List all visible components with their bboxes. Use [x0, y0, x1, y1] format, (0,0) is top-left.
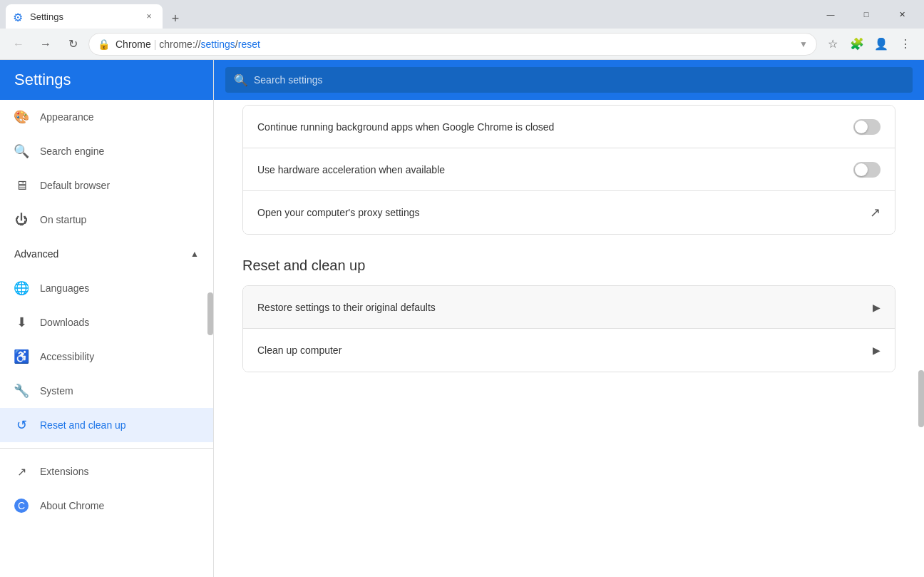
about-chrome-label: About Chrome	[40, 500, 104, 511]
sidebar-item-accessibility[interactable]: ♿ Accessibility	[0, 339, 213, 374]
new-tab-button[interactable]: +	[165, 9, 185, 29]
system-label: System	[40, 385, 73, 397]
sidebar-item-default-browser[interactable]: 🖥 Default browser	[0, 168, 213, 203]
proxy-settings-text: Open your computer's proxy settings	[257, 207, 870, 218]
appearance-label: Appearance	[40, 111, 94, 123]
advanced-chevron-icon: ▲	[190, 249, 199, 259]
address-lock-icon: 🔒	[98, 39, 110, 50]
system-section: System Continue running background apps …	[242, 77, 895, 235]
reset-settings-card: Restore settings to their original defau…	[242, 285, 895, 372]
hardware-acceleration-row: Use hardware acceleration when available	[243, 148, 895, 191]
restore-defaults-arrow-icon: ▶	[873, 302, 881, 313]
title-bar: ⚙ Settings × + — □ ✕	[0, 0, 924, 29]
window-controls: — □ ✕	[808, 0, 924, 29]
maximize-button[interactable]: □	[850, 3, 883, 26]
accessibility-icon: ♿	[14, 349, 29, 364]
reset-section: Reset and clean up Restore settings to t…	[242, 257, 895, 372]
address-text: Chrome | chrome://settings/reset	[115, 39, 794, 50]
sidebar-item-about-chrome[interactable]: C About Chrome	[0, 489, 213, 523]
reset-label: Reset and clean up	[40, 419, 126, 431]
menu-button[interactable]: ⋮	[894, 33, 917, 56]
profile-button[interactable]: 👤	[870, 33, 893, 56]
sidebar-item-downloads[interactable]: ⬇ Downloads	[0, 305, 213, 339]
tab-close-button[interactable]: ×	[143, 10, 155, 23]
sidebar: Settings 🎨 Appearance 🔍 Search engine 🖥 …	[0, 60, 214, 577]
back-button[interactable]: ←	[7, 33, 30, 56]
main-content: ▲ System Continue running background app…	[214, 60, 924, 577]
sidebar-item-system[interactable]: 🔧 System	[0, 374, 213, 408]
sidebar-title: Settings	[14, 71, 71, 89]
system-icon: 🔧	[14, 384, 29, 398]
forward-button[interactable]: →	[34, 33, 57, 56]
about-chrome-icon: C	[14, 499, 29, 513]
sidebar-item-appearance[interactable]: 🎨 Appearance	[0, 100, 213, 134]
settings-search-bar[interactable]: 🔍 Search settings	[225, 67, 913, 93]
tab-favicon-icon: ⚙	[13, 11, 24, 22]
default-browser-icon: 🖥	[14, 178, 29, 193]
background-apps-toggle[interactable]	[853, 119, 881, 135]
search-icon: 🔍	[234, 73, 248, 87]
on-startup-label: On startup	[40, 214, 86, 225]
sidebar-item-on-startup[interactable]: ⏻ On startup	[0, 203, 213, 237]
minimize-button[interactable]: —	[814, 3, 847, 26]
sidebar-scrollbar-thumb[interactable]	[207, 292, 213, 335]
accessibility-label: Accessibility	[40, 351, 94, 362]
search-engine-icon: 🔍	[14, 144, 29, 158]
reset-section-title: Reset and clean up	[242, 257, 895, 274]
extensions-button[interactable]: 🧩	[846, 33, 868, 56]
search-engine-label: Search engine	[40, 145, 104, 157]
browser-frame: ⚙ Settings × + — □ ✕ ← → ↻ 🔒 Chrome | ch…	[0, 0, 924, 577]
background-apps-toggle-container	[853, 119, 881, 135]
hardware-acceleration-toggle[interactable]	[853, 162, 881, 178]
sidebar-item-languages[interactable]: 🌐 Languages	[0, 271, 213, 305]
external-link-icon[interactable]: ↗	[870, 205, 881, 220]
sidebar-item-search-engine[interactable]: 🔍 Search engine	[0, 134, 213, 168]
settings-search-bar-container: 🔍 Search settings	[214, 60, 924, 100]
background-apps-row: Continue running background apps when Go…	[243, 106, 895, 148]
clean-up-computer-row[interactable]: Clean up computer ▶	[243, 329, 895, 372]
sidebar-header: Settings	[0, 60, 213, 100]
search-placeholder: Search settings	[254, 74, 323, 86]
clean-up-computer-text: Clean up computer	[257, 344, 873, 356]
hardware-acceleration-text: Use hardware acceleration when available	[257, 164, 853, 175]
app-content: Settings 🎨 Appearance 🔍 Search engine 🖥 …	[0, 60, 924, 577]
extensions-nav-icon: ↗	[14, 464, 29, 479]
dropdown-icon: ▼	[799, 39, 808, 49]
browser-toolbar: ← → ↻ 🔒 Chrome | chrome://settings/reset…	[0, 29, 924, 60]
hardware-acceleration-toggle-container	[853, 162, 881, 178]
clean-up-arrow-icon: ▶	[873, 344, 881, 356]
sidebar-divider	[0, 448, 213, 449]
clean-up-arrow: ▶	[873, 344, 881, 356]
bookmark-button[interactable]: ☆	[821, 33, 844, 56]
advanced-label: Advanced	[14, 248, 58, 260]
default-browser-label: Default browser	[40, 180, 110, 191]
extensions-label: Extensions	[40, 466, 88, 477]
languages-icon: 🌐	[14, 281, 29, 295]
active-tab[interactable]: ⚙ Settings ×	[6, 4, 163, 29]
restore-defaults-row[interactable]: Restore settings to their original defau…	[243, 286, 895, 329]
downloads-label: Downloads	[40, 317, 89, 328]
address-bar[interactable]: 🔒 Chrome | chrome://settings/reset ▼	[88, 33, 817, 56]
close-window-button[interactable]: ✕	[885, 3, 918, 26]
toolbar-actions: ☆ 🧩 👤 ⋮	[821, 33, 917, 56]
downloads-icon: ⬇	[14, 315, 29, 330]
restore-defaults-text: Restore settings to their original defau…	[257, 302, 873, 313]
sidebar-scroll: 🎨 Appearance 🔍 Search engine 🖥 Default b…	[0, 100, 213, 577]
appearance-icon: 🎨	[14, 110, 29, 124]
sidebar-item-reset-and-clean-up[interactable]: ↺ Reset and clean up	[0, 408, 213, 442]
reload-button[interactable]: ↻	[61, 33, 84, 56]
languages-label: Languages	[40, 282, 89, 294]
proxy-settings-row: Open your computer's proxy settings ↗	[243, 191, 895, 234]
tab-title: Settings	[30, 11, 137, 22]
system-settings-card: Continue running background apps when Go…	[242, 105, 895, 235]
advanced-section-header[interactable]: Advanced ▲	[0, 237, 213, 271]
hardware-acceleration-toggle-knob	[855, 163, 868, 176]
restore-defaults-arrow: ▶	[873, 302, 881, 313]
background-apps-text: Continue running background apps when Go…	[257, 121, 853, 133]
main-scrollbar	[918, 60, 924, 577]
proxy-settings-action: ↗	[870, 205, 881, 220]
sidebar-item-extensions[interactable]: ↗ Extensions	[0, 454, 213, 489]
main-scrollbar-thumb[interactable]	[918, 370, 924, 427]
on-startup-icon: ⏻	[14, 213, 29, 227]
background-apps-toggle-knob	[855, 121, 868, 133]
